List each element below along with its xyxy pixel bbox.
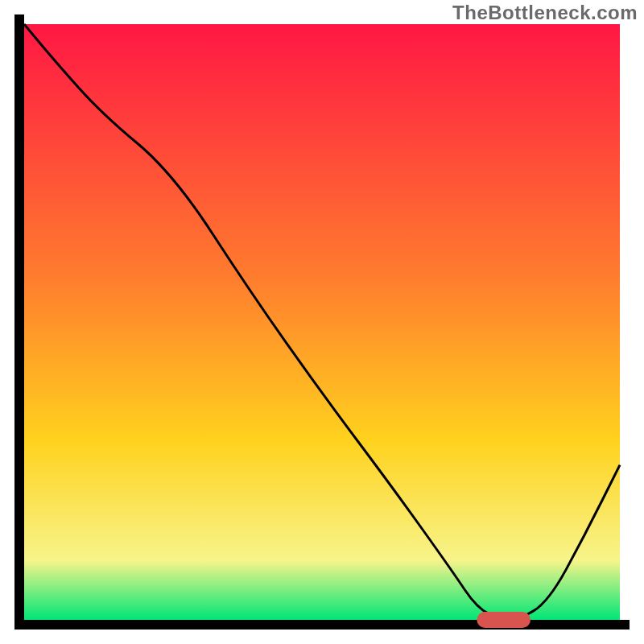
watermark-text: TheBottleneck.com	[452, 2, 638, 24]
optimum-marker	[477, 612, 530, 628]
plot-background	[24, 24, 620, 620]
chart-container: TheBottleneck.com	[0, 0, 644, 644]
bottleneck-chart	[0, 0, 644, 644]
